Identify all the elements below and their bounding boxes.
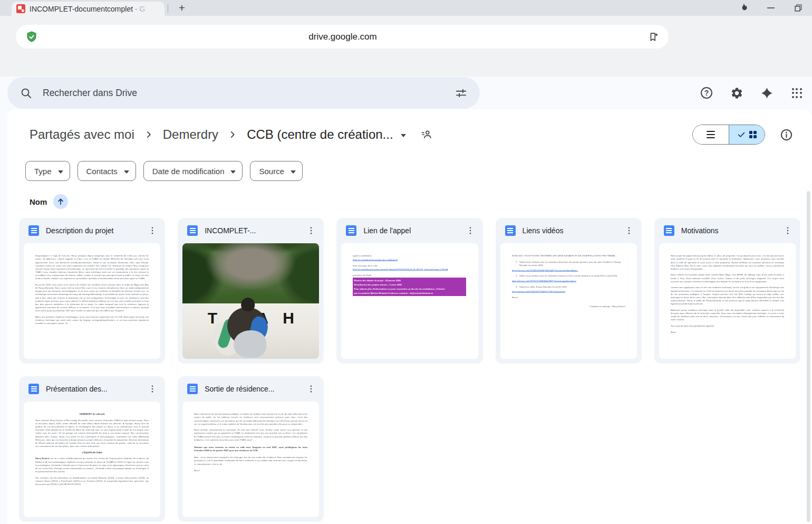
thumbnail-link: https://cctroislebriand.ca/wp-content/up… bbox=[353, 268, 466, 271]
file-card[interactable]: Lien de l'appel appel à candidature http… bbox=[336, 218, 482, 364]
foliage-background bbox=[182, 243, 319, 303]
file-name: Sortie de résidence... bbox=[205, 385, 297, 393]
file-menu-button[interactable] bbox=[304, 382, 318, 396]
browser-tab-bar: INCOMPLET-documentcomplet - G + bbox=[0, 0, 812, 16]
folder-dropdown-caret-icon[interactable] bbox=[401, 134, 406, 137]
breadcrumb-shared-with-me[interactable]: Partagés avec moi bbox=[25, 126, 139, 144]
thumbnail-text: Diagnostiqué·e à l'âge de huit ans, Harr… bbox=[35, 254, 149, 280]
thumbnail-text: appel à candidature bbox=[353, 254, 466, 258]
layout-toggle bbox=[692, 125, 765, 145]
breadcrumb-demerdry[interactable]: Demerdry bbox=[159, 126, 223, 144]
window-controls bbox=[730, 0, 812, 16]
file-thumbnail: DEMERDRY (le collectif) Nous sommes Harr… bbox=[24, 402, 160, 517]
thumbnail-heading: DEMERDRY (le collectif) bbox=[35, 413, 149, 416]
restore-button[interactable] bbox=[785, 0, 812, 16]
google-docs-icon bbox=[346, 225, 356, 236]
file-thumbnail-photo: TDAH bbox=[182, 243, 319, 359]
thumbnail-link: https://cctroislebriand.ca/appel-de-cand… bbox=[353, 259, 466, 262]
gemini-sparkle-icon[interactable] bbox=[760, 86, 774, 100]
list-view-icon bbox=[707, 131, 715, 138]
file-thumbnail: appel à candidature https://cctroislebri… bbox=[341, 243, 478, 359]
breadcrumb-current-folder[interactable]: CCB (centre de création... bbox=[243, 126, 394, 144]
grid-view-icon bbox=[749, 131, 757, 139]
file-card[interactable]: Motivations Notre projet fait appel à be… bbox=[654, 218, 800, 364]
thumbnail-heading: L'ÉQUIPE DE TDAH bbox=[35, 451, 149, 454]
google-docs-icon bbox=[187, 225, 198, 236]
filter-chip-type[interactable]: Type bbox=[25, 161, 70, 181]
sort-direction-button[interactable] bbox=[53, 194, 68, 209]
view-controls bbox=[692, 125, 793, 145]
thumbnail-text: Merci. bbox=[671, 330, 784, 334]
file-menu-button[interactable] bbox=[145, 382, 160, 396]
filter-chip-modified-date[interactable]: Date de modification bbox=[143, 161, 243, 181]
arrow-up-icon bbox=[56, 197, 65, 206]
shield-check-icon[interactable] bbox=[25, 31, 38, 43]
thumbnail-text: Harry Demers est un·e artiste multidisci… bbox=[35, 457, 149, 473]
chevron-right-icon bbox=[143, 129, 154, 140]
google-docs-icon bbox=[187, 384, 198, 394]
file-card[interactable]: Présentation des... DEMERDRY (le collect… bbox=[19, 376, 165, 522]
file-menu-button[interactable] bbox=[463, 223, 478, 238]
tab-title: INCOMPLET-documentcomplet - G bbox=[30, 5, 159, 13]
google-docs-icon bbox=[664, 225, 674, 236]
thumbnail-text: Captation et montage : Harry Demers bbox=[512, 304, 625, 308]
file-card[interactable]: Liens vidéos BONJOUR, VOUS POUVEZ VISION… bbox=[496, 218, 642, 364]
bookmark-add-icon[interactable] bbox=[647, 31, 659, 43]
grid-view-button[interactable] bbox=[729, 125, 765, 144]
drive-search-bar[interactable] bbox=[7, 77, 480, 109]
details-info-icon[interactable] bbox=[780, 128, 793, 141]
help-icon[interactable]: ? bbox=[700, 86, 713, 100]
file-thumbnail: Notre projet fait appel à beaucoup de vi… bbox=[659, 243, 796, 359]
browser-tab[interactable]: INCOMPLET-documentcomplet - G bbox=[12, 2, 165, 16]
thumbnail-text: procédure de dépôt bbox=[353, 274, 466, 277]
shared-folder-people-icon[interactable] bbox=[421, 129, 432, 140]
drive-main-panel: Partagés avec moi Demerdry CCB (centre d… bbox=[7, 109, 812, 524]
settings-gear-icon[interactable] bbox=[730, 86, 743, 100]
chevron-down-icon bbox=[124, 170, 129, 174]
thumbnail-text: Note : nous aimons bien enregistrer les … bbox=[194, 456, 307, 465]
thumbnail-text: Advenant qu'une résidence technique dans… bbox=[671, 309, 784, 322]
file-menu-button[interactable] bbox=[622, 223, 636, 238]
thumbnail-text: Nous sommes Harry Demers et Ève Landry. … bbox=[35, 419, 149, 448]
file-card[interactable]: INCOMPLET-... TDAH bbox=[178, 218, 324, 364]
thumbnail-text: BONJOUR, VOUS POUVEZ VISIONNER LES LIENS… bbox=[512, 254, 625, 258]
chevron-down-icon bbox=[291, 170, 296, 174]
thumbnail-text: Notre projet fait appel à beaucoup de vi… bbox=[671, 254, 784, 271]
minimize-button[interactable] bbox=[757, 0, 785, 16]
sort-label[interactable]: Nom bbox=[30, 197, 47, 206]
flame-icon[interactable] bbox=[730, 0, 757, 16]
thumbnail-text: Notre collectif est lui-même équipé d'un… bbox=[671, 273, 784, 283]
search-icon[interactable] bbox=[20, 87, 32, 99]
file-card[interactable]: Description du projet Diagnostiqué·e à l… bbox=[19, 218, 165, 364]
file-name: Liens vidéos bbox=[523, 226, 615, 235]
file-name: Lien de l'appel bbox=[363, 226, 456, 235]
highlighted-block: Remise des dépôts de projet : 30 janvier… bbox=[353, 278, 466, 296]
filter-chip-source[interactable]: Source bbox=[250, 161, 303, 181]
photo-preview: TDAH bbox=[182, 243, 319, 359]
thumbnail-text: Sachant que nous sommes en entrée en sal… bbox=[194, 446, 307, 452]
file-grid: Description du projet Diagnostiqué·e à l… bbox=[19, 218, 800, 522]
vertical-scrollbar[interactable] bbox=[807, 191, 810, 522]
file-card[interactable]: Sortie de résidence... Notre collectif e… bbox=[178, 376, 324, 522]
thumbnail-link: https://vimeo.com/7417507226/89fab633f1?… bbox=[512, 280, 625, 283]
new-tab-button[interactable]: + bbox=[175, 2, 189, 14]
filter-chips: Type Contacts Date de modification Sourc… bbox=[25, 161, 800, 181]
search-input[interactable] bbox=[43, 88, 444, 99]
file-name: Motivations bbox=[681, 226, 774, 235]
breadcrumb: Partagés avec moi Demerdry CCB (centre d… bbox=[25, 126, 432, 144]
file-thumbnail: Notre collectif est fan de présentation … bbox=[182, 402, 319, 517]
thumbnail-text: Tout coup de main sera grandement appréc… bbox=[671, 325, 784, 328]
thumbnail-text: Après une première résidence technologiq… bbox=[35, 316, 149, 325]
file-thumbnail: Diagnostiqué·e à l'âge de huit ans, Harr… bbox=[24, 243, 160, 359]
list-view-button[interactable] bbox=[693, 125, 729, 144]
search-filters-icon[interactable] bbox=[455, 87, 467, 99]
file-menu-button[interactable] bbox=[780, 223, 795, 238]
google-apps-grid-icon[interactable] bbox=[790, 86, 804, 100]
url-bar[interactable]: drive.google.com bbox=[16, 25, 669, 49]
filter-chip-contacts[interactable]: Contacts bbox=[78, 161, 136, 181]
google-docs-icon bbox=[28, 225, 39, 236]
file-menu-button[interactable] bbox=[145, 223, 160, 238]
file-menu-button[interactable] bbox=[304, 223, 318, 238]
thumbnail-text: Comme nous appliquons avec en titre une … bbox=[671, 286, 784, 306]
chevron-right-icon bbox=[227, 129, 238, 140]
